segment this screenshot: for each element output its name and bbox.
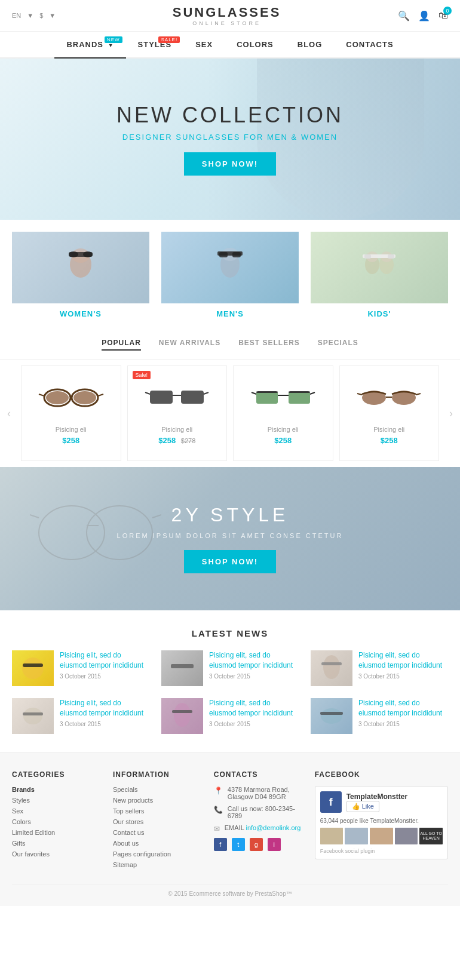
news-thumb-6 [311,698,352,734]
product-card-4[interactable]: Pisicing eli $258 [339,365,440,461]
user-icon[interactable]: 👤 [418,10,430,21]
facebook-like-button[interactable]: 👍 Like [346,801,379,812]
news-text-3: Pisicing elit, sed do eiusmod tempor inc… [358,650,448,680]
twitter-social-icon[interactable]: t [232,838,245,851]
svg-line-35 [310,392,315,394]
footer-link-about-us[interactable]: About us [113,840,202,847]
footer-link-sex[interactable]: Sex [12,807,101,815]
svg-rect-29 [256,392,278,404]
thumbs-up-icon: 👍 [352,803,360,810]
nav-item-sex[interactable]: SEX [183,32,225,57]
svg-rect-32 [289,391,310,393]
footer-phone-label: Call us now: [228,805,263,812]
tab-best-sellers[interactable]: BEST SELLERS [238,339,300,351]
facebook-plugin-text: Facebook social plugin [320,848,443,854]
category-kids-label: KIDS' [311,309,448,318]
news-link-3: Pisicing elit, sed do eiusmod tempor inc… [358,650,448,671]
nav-item-styles[interactable]: STYLES Sale! [126,32,184,57]
hero-shop-now-button[interactable]: SHOP NOW! [184,152,276,176]
nav-badge-new: New [105,36,122,43]
facebook-logo: f [320,791,342,813]
svg-point-50 [323,655,340,679]
product-card-1[interactable]: Pisicing eli $258 [21,365,121,461]
svg-rect-15 [364,254,371,259]
nav-item-colors[interactable]: COLORS [225,32,286,57]
news-link-1: Pisicing elit, sed do eiusmod tempor inc… [60,650,149,671]
category-kids[interactable]: KIDS' [311,232,448,318]
svg-line-28 [204,392,208,394]
tab-popular[interactable]: POPULAR [102,339,141,351]
news-link-5: Pisicing elit, sed do eiusmod tempor inc… [209,698,299,718]
cart-icon[interactable]: 🛍 0 [438,10,448,21]
facebook-brand-row: f TemplateMonstter 👍 Like [320,791,443,813]
prev-arrow[interactable]: ‹ [0,407,18,420]
news-item-6[interactable]: Pisicing elit, sed do eiusmod tempor inc… [311,698,448,734]
latest-news-section: LATEST NEWS Pisicing elit, sed do eiusmo… [0,610,460,752]
nav-item-brands[interactable]: BRANDS New ▼ [54,32,125,59]
product-name-2: Pisicing eli [134,426,221,433]
footer-link-gifts[interactable]: Gifts [12,840,101,847]
hero-subtitle: DESIGNER SUNGLASSES FOR MEN & WOMEN [116,133,344,142]
fb-photo-4[interactable] [395,828,418,844]
footer-link-new-products[interactable]: New products [113,797,202,804]
nav-badge-sale: Sale! [158,36,180,43]
product-image-3 [240,375,327,420]
facebook-social-icon[interactable]: f [214,838,227,851]
footer-link-sitemap[interactable]: Sitemap [113,861,202,868]
news-date-2: 3 October 2015 [209,673,299,680]
news-item-5[interactable]: Pisicing elit, sed do eiusmod tempor inc… [161,698,299,734]
news-thumb-2 [161,650,203,686]
nav-label-contacts: CONTACTS [346,40,393,49]
news-item-1[interactable]: Pisicing elit, sed do eiusmod tempor inc… [12,650,149,686]
language-selector[interactable]: EN [12,12,21,19]
category-womens[interactable]: WOMEN'S [12,232,149,318]
fb-photo-all[interactable]: ALL GO TO HEAVEN [419,828,443,844]
category-mens-image [161,232,299,303]
nav-label-blog: BLOG [298,40,323,49]
currency-selector[interactable]: $ [39,12,43,19]
footer-email-label: EMAIL [225,824,244,831]
footer-phone: Call us now: 800-2345-6789 [228,805,303,819]
facebook-brand-info: TemplateMonstter 👍 Like [346,792,407,812]
fb-photo-2[interactable] [345,828,368,844]
footer-categories-title: CATEGORIES [12,770,101,779]
nav-item-blog[interactable]: BLOG [286,32,335,57]
news-item-3[interactable]: Pisicing elit, sed do eiusmod tempor inc… [311,650,448,686]
product-card-2[interactable]: Sale! Pisicing eli $258 $278 [127,365,228,461]
news-item-2[interactable]: Pisicing elit, sed do eiusmod tempor inc… [161,650,299,686]
footer-address: 4378 Marmora Road, Glasgow D04 89GR [228,786,303,800]
next-arrow[interactable]: › [442,407,460,420]
footer-link-contact-us[interactable]: Contact us [113,829,202,836]
footer-link-pages-config[interactable]: Pages configuration [113,850,202,858]
footer-link-colors[interactable]: Colors [12,818,101,825]
category-mens[interactable]: MEN'S [161,232,299,318]
news-date-4: 3 October 2015 [60,721,149,727]
footer-link-our-stores[interactable]: Our stores [113,818,202,825]
promo-banner: 2Y STYLE LOREM IPSUM DOLOR SIT AMET CONS… [0,467,460,610]
footer-link-top-sellers[interactable]: Top sellers [113,807,202,815]
footer-link-favorites[interactable]: Our favorites [12,850,101,858]
nav-item-contacts[interactable]: CONTACTS [334,32,405,57]
latest-news-title: LATEST NEWS [12,628,448,638]
tab-new-arrivals[interactable]: NEW ARRIVALS [159,339,220,351]
news-link-2: Pisicing elit, sed do eiusmod tempor inc… [209,650,299,671]
search-icon[interactable]: 🔍 [398,10,410,21]
news-item-4[interactable]: Pisicing elit, sed do eiusmod tempor inc… [12,698,149,734]
fb-photo-3[interactable] [370,828,393,844]
instagram-social-icon[interactable]: i [268,838,281,851]
footer-link-brands[interactable]: Brands [12,786,101,793]
news-text-4: Pisicing elit, sed do eiusmod tempor inc… [60,698,149,727]
fb-photo-1[interactable] [320,828,344,844]
footer-link-styles[interactable]: Styles [12,797,101,804]
product-card-3[interactable]: Pisicing eli $258 [233,365,333,461]
news-date-3: 3 October 2015 [358,673,448,680]
promo-shop-now-button[interactable]: SHOP NOW! [184,550,276,573]
product-name-4: Pisicing eli [346,426,433,433]
main-nav: BRANDS New ▼ STYLES Sale! SEX COLORS BLO… [0,32,460,59]
tab-specials[interactable]: SPECIALS [318,339,358,351]
footer-link-specials[interactable]: Specials [113,786,202,793]
google-social-icon[interactable]: g [250,838,263,851]
phone-icon: 📞 [214,806,223,814]
products-grid: Pisicing eli $258 Sale! Pisicing eli $25… [18,365,442,461]
footer-link-limited[interactable]: Limited Edition [12,829,101,836]
